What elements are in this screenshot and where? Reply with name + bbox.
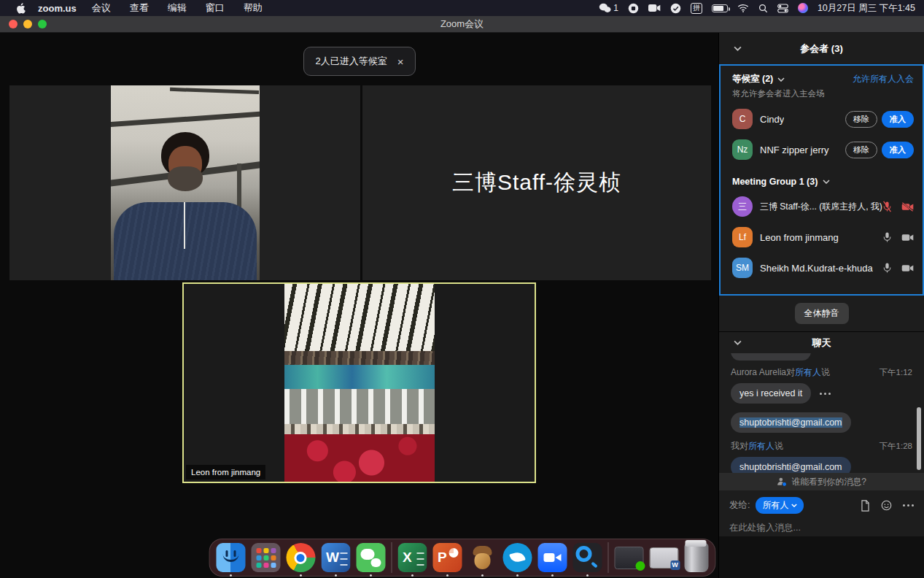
emoji-icon[interactable] bbox=[881, 500, 892, 511]
menu-app-name[interactable]: zoom.us bbox=[38, 3, 77, 14]
camera-status-icon[interactable] bbox=[648, 4, 661, 12]
video-tile-active-speaker[interactable]: Leon from jinmang bbox=[182, 282, 536, 483]
member-row-sheikh[interactable]: SM Sheikh Md.Kudrat-e-khuda bbox=[721, 253, 923, 283]
input-method-icon[interactable]: 拼 bbox=[691, 3, 702, 14]
chat-title: 聊天 bbox=[812, 336, 831, 350]
chat-collapse-icon[interactable] bbox=[734, 340, 742, 345]
siri-icon[interactable] bbox=[798, 3, 808, 13]
video-tile-host[interactable]: 三博Staff-徐灵桢 bbox=[362, 85, 711, 280]
menu-help[interactable]: 帮助 bbox=[234, 1, 272, 15]
chat-sender-line: 我对所有人说 下午1:28 bbox=[731, 440, 912, 452]
nutstore-icon[interactable] bbox=[467, 543, 497, 572]
mic-icon bbox=[882, 262, 892, 274]
meeting-group-header[interactable]: Meeting Group 1 (3) bbox=[721, 177, 923, 187]
send-to-label: 发给: bbox=[729, 499, 750, 512]
apple-menu-icon[interactable] bbox=[16, 2, 26, 14]
selected-text: shuptobrishti@gmail.com bbox=[739, 417, 842, 428]
powerpoint-icon[interactable]: P bbox=[432, 543, 462, 572]
toast-text: 2人已进入等候室 bbox=[316, 55, 387, 68]
member-row-leon[interactable]: Lf Leon from jinmang bbox=[721, 222, 923, 253]
participants-collapse-icon[interactable] bbox=[734, 46, 742, 51]
message-more-icon[interactable] bbox=[820, 393, 831, 395]
person-visibility-icon bbox=[777, 477, 787, 487]
waiting-entry-cindy[interactable]: C Cindy 移除 准入 bbox=[721, 104, 923, 134]
dingtalk-icon[interactable] bbox=[502, 543, 532, 572]
participant-name: Cindy bbox=[760, 114, 784, 125]
participants-title: 参会者 (3) bbox=[800, 42, 843, 55]
admit-button[interactable]: 准入 bbox=[882, 142, 914, 158]
message-time: 下午1:12 bbox=[880, 367, 912, 378]
message-input[interactable]: 在此处输入消息... bbox=[729, 522, 914, 534]
participant-video bbox=[111, 85, 260, 280]
mic-icon bbox=[882, 231, 892, 243]
minimized-window-excel-icon[interactable] bbox=[614, 547, 643, 569]
admit-button[interactable]: 准入 bbox=[882, 111, 914, 128]
battery-icon[interactable] bbox=[712, 4, 728, 12]
fabric-video bbox=[284, 284, 435, 482]
chat-bubble: shuptobrishti@gmail.com bbox=[731, 412, 851, 433]
video-gallery: 2人已进入等候室 × 三博Staff-徐灵桢 Leon from jin bbox=[0, 33, 718, 578]
host-tile-name: 三博Staff-徐灵桢 bbox=[452, 168, 621, 198]
avatar: SM bbox=[732, 258, 753, 278]
participants-header: 参会者 (3) bbox=[719, 33, 924, 64]
waiting-entry-jerry[interactable]: Nz NNF zipper jerry 移除 准入 bbox=[721, 134, 923, 165]
chat-sender-line: Aurora Aurelia对所有人说 下午1:12 bbox=[731, 366, 912, 379]
admit-all-link[interactable]: 允许所有人入会 bbox=[853, 73, 914, 85]
remove-button[interactable]: 移除 bbox=[845, 142, 877, 158]
word-icon[interactable]: W bbox=[321, 543, 350, 572]
participant-name: 三博 Staff-徐... (联席主持人, 我) bbox=[760, 201, 882, 213]
minimized-window-word-icon[interactable]: W bbox=[649, 547, 678, 569]
wifi-icon[interactable] bbox=[737, 4, 749, 12]
member-row-host[interactable]: 三 三博 Staff-徐... (联席主持人, 我) bbox=[721, 191, 923, 222]
participants-list: 等候室 (2) 允许所有人入会 将允许参会者进入主会场 C Cindy 移除 准… bbox=[719, 64, 924, 296]
chat-bubble-partial bbox=[731, 353, 811, 361]
mute-all-button[interactable]: 全体静音 bbox=[795, 303, 849, 324]
screen-record-icon[interactable] bbox=[628, 3, 639, 14]
attach-file-icon[interactable] bbox=[861, 500, 870, 512]
avatar: C bbox=[732, 109, 753, 129]
remove-button[interactable]: 移除 bbox=[845, 111, 877, 128]
menu-edit[interactable]: 编辑 bbox=[158, 1, 196, 15]
dock-separator bbox=[607, 542, 608, 573]
menu-window[interactable]: 窗口 bbox=[196, 1, 234, 15]
chat-messages: Aurora Aurelia对所有人说 下午1:12 yes i receive… bbox=[719, 353, 924, 473]
dock-separator bbox=[391, 542, 392, 573]
menu-bar: zoom.us 会议 查看 编辑 窗口 帮助 1 拼 10月2 bbox=[0, 0, 924, 16]
chat-bubble: yes i received it bbox=[731, 383, 811, 404]
window-title-bar: Zoom会议 bbox=[0, 16, 924, 33]
avatar: 三 bbox=[732, 196, 753, 217]
menu-datetime[interactable]: 10月27日 周三 下午1:45 bbox=[818, 2, 915, 15]
active-tile-name-label: Leon from jinmang bbox=[186, 465, 265, 479]
chat-scrollbar[interactable] bbox=[917, 407, 921, 470]
group-chevron-icon bbox=[823, 180, 830, 184]
toast-close-icon[interactable]: × bbox=[397, 56, 404, 67]
menu-view[interactable]: 查看 bbox=[120, 1, 158, 15]
task-check-icon[interactable] bbox=[670, 3, 681, 14]
avatar: Lf bbox=[732, 227, 753, 247]
chat-more-icon[interactable] bbox=[903, 504, 914, 506]
waiting-room-subtitle: 将允许参会者进入主会场 bbox=[721, 85, 923, 99]
send-to-selector[interactable]: 所有人 bbox=[756, 497, 804, 514]
wechat-status-icon[interactable]: 1 bbox=[599, 3, 618, 13]
wechat-badge: 1 bbox=[613, 3, 618, 13]
visibility-hint-bar[interactable]: 谁能看到你的消息? bbox=[719, 473, 924, 490]
video-tile-sheikh[interactable] bbox=[9, 85, 360, 280]
message-time: 下午1:28 bbox=[880, 441, 912, 452]
side-panel: 参会者 (3) 等候室 (2) 允许所有人入会 将允许参会者进入主会场 C Ci… bbox=[718, 33, 924, 578]
trash-icon[interactable] bbox=[684, 543, 708, 572]
chrome-icon[interactable] bbox=[286, 543, 315, 572]
audience-label: 所有人 bbox=[748, 441, 774, 451]
launchpad-icon[interactable] bbox=[251, 543, 280, 572]
quicktime-icon[interactable] bbox=[572, 543, 602, 572]
finder-icon[interactable] bbox=[216, 543, 245, 572]
window-title: Zoom会议 bbox=[0, 18, 924, 31]
menu-meeting[interactable]: 会议 bbox=[82, 1, 120, 15]
wechat-icon[interactable] bbox=[356, 543, 385, 572]
waiting-room-title[interactable]: 等候室 (2) bbox=[732, 73, 785, 85]
chat-header: 聊天 bbox=[719, 332, 924, 353]
avatar: Nz bbox=[732, 139, 753, 160]
control-center-icon[interactable] bbox=[777, 4, 788, 13]
excel-icon[interactable]: X bbox=[397, 543, 427, 572]
spotlight-search-icon[interactable] bbox=[758, 4, 768, 13]
zoom-app-icon[interactable] bbox=[537, 543, 567, 572]
